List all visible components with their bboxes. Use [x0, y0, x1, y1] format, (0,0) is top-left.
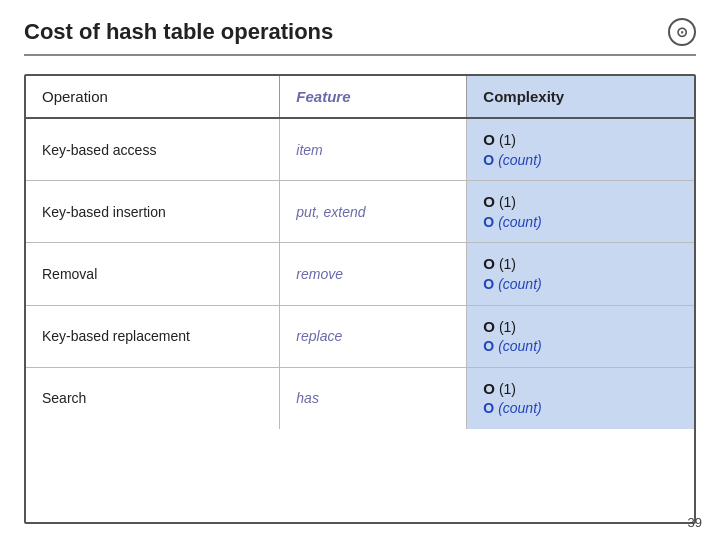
col-header-feature: Feature [280, 76, 467, 118]
cell-operation: Key-based insertion [26, 181, 280, 243]
cell-operation: Removal [26, 243, 280, 305]
cell-feature: remove [280, 243, 467, 305]
page-title: Cost of hash table operations [24, 19, 333, 45]
cell-feature: replace [280, 305, 467, 367]
page-number: 39 [688, 515, 702, 530]
cell-feature: has [280, 367, 467, 429]
table-row: Key-based insertionput, extendO (1)O (co… [26, 181, 694, 243]
header-icon: ⊙ [668, 18, 696, 46]
cell-feature: item [280, 118, 467, 181]
cell-operation: Search [26, 367, 280, 429]
table-row: SearchhasO (1)O (count) [26, 367, 694, 429]
table-row: Key-based accessitemO (1)O (count) [26, 118, 694, 181]
cell-complexity: O (1)O (count) [467, 181, 694, 243]
cell-complexity: O (1)O (count) [467, 367, 694, 429]
cell-complexity: O (1)O (count) [467, 243, 694, 305]
cell-operation: Key-based replacement [26, 305, 280, 367]
operations-table: Operation Feature Complexity Key-based a… [26, 76, 694, 429]
col-header-operation: Operation [26, 76, 280, 118]
table-header-row: Operation Feature Complexity [26, 76, 694, 118]
table-row: RemovalremoveO (1)O (count) [26, 243, 694, 305]
table-wrapper: Operation Feature Complexity Key-based a… [24, 74, 696, 524]
page-container: Cost of hash table operations ⊙ Operatio… [0, 0, 720, 540]
cell-complexity: O (1)O (count) [467, 118, 694, 181]
cell-operation: Key-based access [26, 118, 280, 181]
col-header-complexity: Complexity [467, 76, 694, 118]
page-header: Cost of hash table operations ⊙ [24, 18, 696, 56]
cell-feature: put, extend [280, 181, 467, 243]
cell-complexity: O (1)O (count) [467, 305, 694, 367]
table-row: Key-based replacementreplaceO (1)O (coun… [26, 305, 694, 367]
